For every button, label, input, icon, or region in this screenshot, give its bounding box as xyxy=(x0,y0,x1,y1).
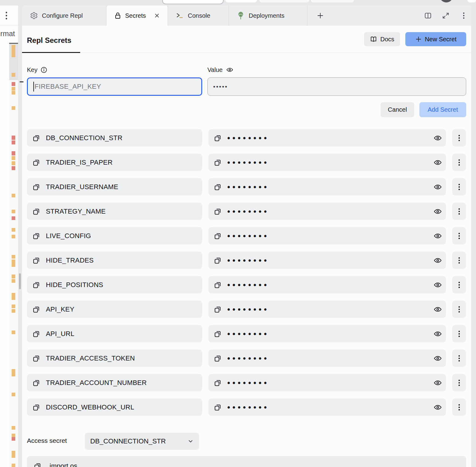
kebab-icon xyxy=(457,281,461,289)
eye-icon[interactable] xyxy=(433,232,442,240)
secret-value-pill[interactable]: •••••••• xyxy=(208,276,446,293)
eye-icon[interactable] xyxy=(433,379,442,387)
tab-deployments[interactable]: Deployments xyxy=(229,6,307,26)
format-button-fragment[interactable]: rmat xyxy=(0,29,15,38)
copy-icon[interactable] xyxy=(32,305,40,313)
eye-icon[interactable] xyxy=(433,305,442,314)
copy-icon[interactable] xyxy=(34,462,42,467)
eye-icon[interactable] xyxy=(226,66,234,73)
secret-row-menu-button[interactable] xyxy=(452,227,466,245)
secret-key-pill[interactable]: TRADIER_ACCESS_TOKEN xyxy=(27,349,202,367)
access-secret-dropdown[interactable]: DB_CONNECTION_STR xyxy=(85,433,199,450)
copy-icon[interactable] xyxy=(32,183,40,191)
secret-key-pill[interactable]: DB_CONNECTION_STR xyxy=(27,129,202,147)
eye-icon[interactable] xyxy=(433,256,442,265)
secret-row-menu-button[interactable] xyxy=(452,154,466,171)
secret-row-menu-button[interactable] xyxy=(452,349,466,367)
copy-icon[interactable] xyxy=(214,330,222,338)
key-input[interactable]: FIREBASE_API_KEY xyxy=(27,77,202,96)
tab-secrets[interactable]: Secrets xyxy=(106,6,168,26)
copy-icon[interactable] xyxy=(32,354,40,362)
eye-icon[interactable] xyxy=(433,354,442,363)
copy-icon[interactable] xyxy=(32,232,40,240)
copy-icon[interactable] xyxy=(214,183,222,191)
secret-key-pill[interactable]: HIDE_POSITIONS xyxy=(27,276,202,293)
new-tab-button[interactable] xyxy=(315,10,326,21)
secret-value-pill[interactable]: •••••••• xyxy=(208,178,446,196)
secret-row-menu-button[interactable] xyxy=(452,374,466,391)
copy-icon[interactable] xyxy=(214,256,222,264)
copy-icon[interactable] xyxy=(32,281,40,289)
eye-icon[interactable] xyxy=(433,281,442,289)
copy-icon[interactable] xyxy=(32,330,40,338)
copy-icon[interactable] xyxy=(214,159,222,166)
page-title[interactable]: Repl Secrets xyxy=(27,35,71,46)
info-icon[interactable] xyxy=(40,66,47,73)
copy-icon[interactable] xyxy=(214,305,222,313)
secret-value-pill[interactable]: •••••••• xyxy=(208,252,446,269)
copy-icon[interactable] xyxy=(32,256,40,264)
secret-row-menu-button[interactable] xyxy=(452,252,466,269)
secret-key-pill[interactable]: STRATEGY_NAME xyxy=(27,203,202,220)
secret-key-pill[interactable]: HIDE_TRADES xyxy=(27,252,202,269)
tab-configure-repl[interactable]: Configure Repl xyxy=(22,6,106,26)
copy-icon[interactable] xyxy=(32,207,40,215)
secret-value-pill[interactable]: •••••••• xyxy=(208,203,446,220)
kebab-icon xyxy=(457,232,461,240)
secret-key-pill[interactable]: DISCORD_WEBHOOK_URL xyxy=(27,398,202,416)
secret-value-pill[interactable]: •••••••• xyxy=(208,398,446,416)
eye-icon[interactable] xyxy=(433,158,442,167)
close-icon[interactable] xyxy=(154,13,160,18)
secret-key-pill[interactable]: TRADIER_IS_PAPER xyxy=(27,154,202,171)
copy-icon[interactable] xyxy=(214,379,222,387)
secret-value-pill[interactable]: •••••••• xyxy=(208,301,446,318)
secret-value-pill[interactable]: •••••••• xyxy=(208,129,446,147)
editor-minimap[interactable] xyxy=(9,43,18,467)
copy-icon[interactable] xyxy=(32,134,40,142)
eye-icon[interactable] xyxy=(433,134,442,142)
add-secret-button[interactable]: Add Secret xyxy=(419,102,466,117)
secret-row-menu-button[interactable] xyxy=(452,129,466,147)
eye-icon[interactable] xyxy=(433,330,442,338)
eye-icon[interactable] xyxy=(433,207,442,216)
secret-row-menu-button[interactable] xyxy=(452,178,466,196)
copy-icon[interactable] xyxy=(214,207,222,215)
eye-icon[interactable] xyxy=(433,183,442,191)
expand-icon[interactable] xyxy=(441,11,450,20)
value-input[interactable]: ••••• xyxy=(207,77,466,96)
copy-icon[interactable] xyxy=(214,281,222,289)
copy-icon[interactable] xyxy=(214,403,222,411)
tab-console[interactable]: Console xyxy=(168,6,229,26)
secret-row-menu-button[interactable] xyxy=(452,276,466,293)
secret-value-pill[interactable]: •••••••• xyxy=(208,374,446,391)
panel-resize-handle[interactable] xyxy=(20,81,24,82)
secret-value-pill[interactable]: •••••••• xyxy=(208,349,446,367)
editor-scrollbar-thumb[interactable] xyxy=(19,273,21,289)
pane-kebab-menu-icon[interactable] xyxy=(459,11,468,20)
docs-button[interactable]: Docs xyxy=(364,32,400,46)
secret-value-pill[interactable]: •••••••• xyxy=(208,227,446,245)
cancel-button[interactable]: Cancel xyxy=(381,102,414,117)
copy-icon[interactable] xyxy=(32,379,40,387)
copy-icon[interactable] xyxy=(214,354,222,362)
secret-key-pill[interactable]: API_KEY xyxy=(27,301,202,318)
eye-icon[interactable] xyxy=(433,403,442,412)
copy-icon[interactable] xyxy=(32,403,40,411)
secret-key-pill[interactable]: TRADIER_ACCOUNT_NUMBER xyxy=(27,374,202,391)
secret-key-pill[interactable]: API_URL xyxy=(27,325,202,342)
secret-key-pill[interactable]: LIVE_CONFIG xyxy=(27,227,202,245)
secret-row-menu-button[interactable] xyxy=(452,203,466,220)
pane-menu-button[interactable] xyxy=(5,11,9,20)
new-secret-button[interactable]: New Secret xyxy=(405,32,466,46)
copy-icon[interactable] xyxy=(214,232,222,240)
copy-icon[interactable] xyxy=(214,134,222,142)
secret-value-pill[interactable]: •••••••• xyxy=(208,154,446,171)
secret-key-pill[interactable]: TRADIER_USERNAME xyxy=(27,178,202,196)
kebab-icon xyxy=(457,354,461,363)
copy-icon[interactable] xyxy=(32,159,40,166)
secret-row-menu-button[interactable] xyxy=(452,398,466,416)
secret-value-pill[interactable]: •••••••• xyxy=(208,325,446,342)
secret-row-menu-button[interactable] xyxy=(452,325,466,342)
split-pane-icon[interactable] xyxy=(424,11,432,20)
secret-row-menu-button[interactable] xyxy=(452,301,466,318)
